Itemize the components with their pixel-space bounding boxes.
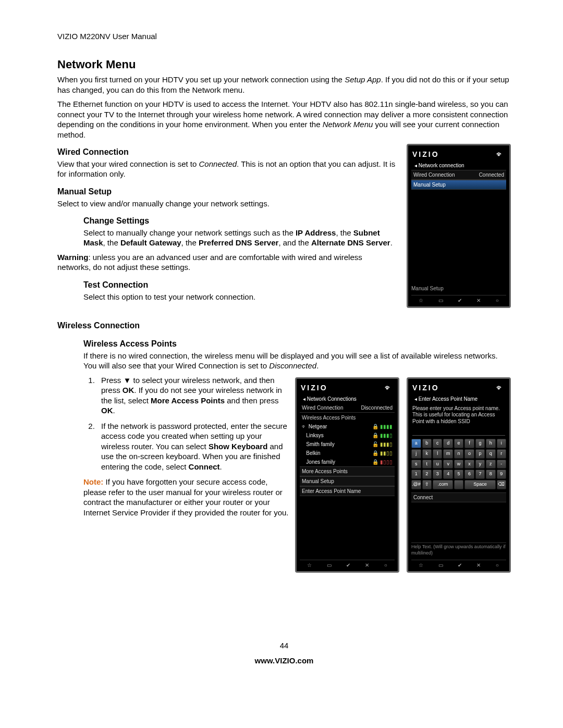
- screenshot-access-points: VIZIOᯤ Network Connections Wired Connect…: [295, 377, 399, 573]
- lock-icon: 🔒: [372, 450, 378, 456]
- wifi-icon: ᯤ: [496, 150, 505, 159]
- ap-item[interactable]: Smith family🔓▮▮▮▯: [300, 440, 395, 449]
- key-shift[interactable]: ⇧: [422, 480, 432, 489]
- osd-footer-icons: ☆▭✔✕○: [411, 295, 506, 304]
- key-backspace[interactable]: ⌫: [497, 480, 506, 489]
- osd-hint: Manual Setup: [411, 285, 506, 292]
- wireless-connection-heading: Wireless Connection: [57, 320, 511, 331]
- ap-item[interactable]: ᯤ Netgear🔒▮▮▮▮: [300, 422, 395, 431]
- screenshot-keyboard: VIZIOᯤ Enter Access Point Name Please en…: [407, 377, 511, 573]
- signal-icon: ▮▮▮▯: [380, 432, 393, 439]
- lock-icon: 🔒: [372, 432, 378, 439]
- osd-help-text: Help Text. (Will grow upwards automatica…: [411, 542, 506, 556]
- doc-header: VIZIO M220NV User Manual: [57, 31, 511, 42]
- osd-manual-setup[interactable]: Manual Setup: [300, 476, 395, 486]
- intro-paragraph-2: The Ethernet function on your HDTV is us…: [57, 99, 511, 140]
- page-footer: 44 www.VIZIO.com: [57, 640, 511, 666]
- signal-icon: ▮▮▮▯: [380, 441, 393, 448]
- ap-name-input[interactable]: [412, 429, 505, 436]
- site-url: www.VIZIO.com: [57, 656, 511, 666]
- ap-item[interactable]: Belkin🔒▮▮▯▯: [300, 449, 395, 458]
- signal-icon: ▮▯▯▯: [380, 459, 393, 465]
- osd-breadcrumb: Network connection: [411, 161, 506, 170]
- signal-icon: ▮▮▮▮: [380, 423, 393, 430]
- unlock-icon: 🔓: [372, 441, 378, 448]
- onscreen-keyboard[interactable]: abcdefghi jklmnopqr stuvwxyz- 123456789 …: [411, 439, 506, 489]
- signal-icon: ▮▮▯▯: [380, 450, 393, 456]
- connect-button[interactable]: Connect: [411, 492, 506, 502]
- osd-brand: VIZIOᯤ: [411, 149, 506, 161]
- lock-icon: 🔒: [372, 423, 378, 430]
- key[interactable]: a: [411, 439, 421, 448]
- wifi-icon: ᯤ: [385, 383, 394, 392]
- wireless-access-points-text: If there is no wired connection, the wir…: [83, 351, 511, 371]
- page-title: Network Menu: [57, 57, 511, 72]
- intro-paragraph-1: When you first turned on your HDTV you s…: [57, 75, 511, 95]
- ap-item[interactable]: Jones family🔒▮▯▯▯: [300, 458, 395, 466]
- ap-item[interactable]: Linksys🔒▮▮▮▯: [300, 431, 395, 440]
- wifi-icon: ᯤ: [496, 383, 505, 392]
- osd-manual-setup[interactable]: Manual Setup: [411, 180, 506, 190]
- osd-message: Please enter your Access point name. Thi…: [411, 403, 506, 427]
- osd-wired-row: Wired ConnectionConnected: [411, 170, 506, 180]
- key-com[interactable]: .com: [433, 480, 453, 489]
- more-access-points[interactable]: More Access Points: [300, 466, 395, 476]
- key-symbols[interactable]: .@#: [411, 480, 421, 489]
- screenshot-row: VIZIOᯤ Network Connections Wired Connect…: [295, 377, 511, 573]
- page-number: 44: [57, 640, 511, 651]
- lock-icon: 🔒: [372, 459, 378, 465]
- wireless-access-points-heading: Wireless Access Points: [83, 339, 511, 350]
- enter-ap-name[interactable]: Enter Access Point Name: [300, 486, 395, 496]
- key-space[interactable]: Space: [464, 480, 495, 489]
- screenshot-network-menu: VIZIOᯤ Network connection Wired Connecti…: [407, 144, 511, 308]
